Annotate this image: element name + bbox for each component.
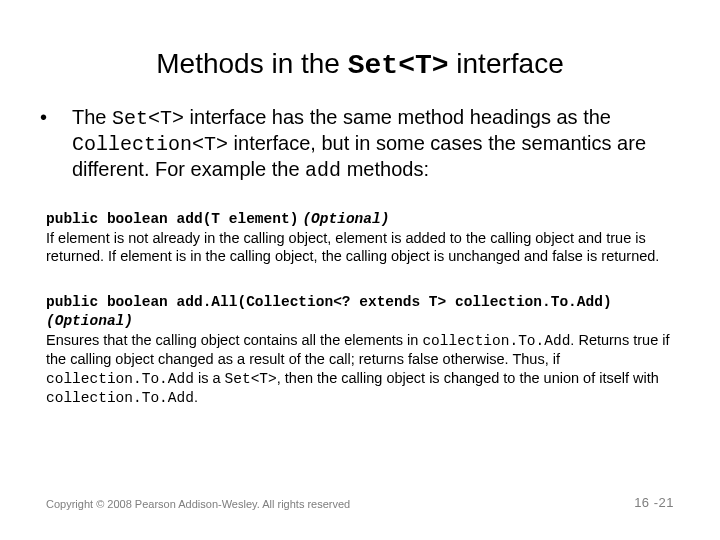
desc-part: is a [194, 370, 225, 386]
desc-part: . [194, 389, 198, 405]
method-optional: (Optional) [46, 313, 133, 329]
bullet-c1: Set<T> [112, 107, 184, 130]
method-signature: public boolean add.All(Collection<? exte… [46, 294, 612, 310]
method-block-add: public boolean add(T element) (Optional)… [0, 209, 720, 266]
slide: Methods in the Set<T> interface • The Se… [0, 0, 720, 540]
desc-code: collection.To.Add [422, 333, 570, 349]
slide-title: Methods in the Set<T> interface [0, 0, 720, 97]
desc-code: collection.To.Add [46, 390, 194, 406]
method-signature: public boolean add(T element) [46, 211, 298, 227]
method-block-addall: public boolean add.All(Collection<? exte… [0, 292, 720, 408]
desc-part: , then the calling object is changed to … [277, 370, 659, 386]
bullet-c3: add [305, 159, 341, 182]
desc-code: collection.To.Add [46, 371, 194, 387]
title-post: interface [449, 48, 564, 79]
desc-part: Ensures that the calling object contains… [46, 332, 422, 348]
bullet-c2: Collection<T> [72, 133, 228, 156]
bullet-t1: The [72, 106, 112, 128]
desc-code: Set<T> [225, 371, 277, 387]
title-code: Set<T> [348, 50, 449, 81]
bullet-dot: • [40, 105, 47, 130]
bullet-item: • The Set<T> interface has the same meth… [0, 105, 720, 183]
method-optional: (Optional) [302, 211, 389, 227]
method-description: If element is not already in the calling… [46, 230, 659, 265]
footer-page-number: 16 -21 [634, 495, 674, 510]
bullet-t4: methods: [341, 158, 429, 180]
footer-copyright: Copyright © 2008 Pearson Addison-Wesley.… [46, 498, 350, 510]
title-pre: Methods in the [156, 48, 347, 79]
bullet-t2: interface has the same method headings a… [184, 106, 611, 128]
